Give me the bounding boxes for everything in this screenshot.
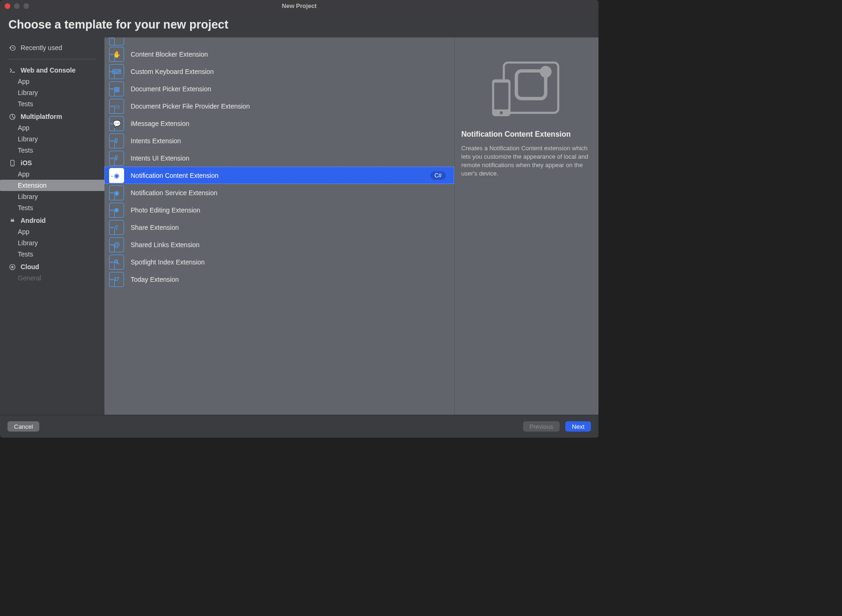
sidebar-section-title: Android	[21, 217, 46, 224]
template-row-spotlight-index[interactable]: 🔍︎ Spotlight Index Extension	[104, 253, 454, 271]
template-icon: ◉	[109, 185, 124, 200]
sidebar-section-title: iOS	[21, 159, 32, 167]
template-icon	[109, 37, 124, 45]
svg-point-10	[539, 66, 551, 78]
hand-icon: ✋	[113, 51, 121, 58]
language-badge: C#	[430, 171, 446, 180]
template-row-custom-keyboard[interactable]: ⌨︎ Custom Keyboard Extension	[104, 63, 454, 80]
template-label: Photo Editing Extension	[131, 206, 446, 214]
sidebar-section-title: Multiplatform	[21, 113, 62, 120]
category-sidebar: Recently used Web and Console App Librar…	[0, 37, 104, 415]
template-label: Document Picker File Provider Extension	[131, 103, 446, 110]
template-row-content-blocker[interactable]: ✋ Content Blocker Extension	[104, 45, 454, 63]
template-row-document-picker[interactable]: ▦ Document Picker Extension	[104, 80, 454, 97]
template-icon: @	[109, 237, 124, 252]
mic-icon: 🎙︎	[113, 155, 120, 161]
android-icon	[8, 217, 16, 224]
template-label: Custom Keyboard Extension	[131, 68, 446, 75]
sidebar-item-android-tests[interactable]: Tests	[0, 249, 104, 260]
template-icon: ✺	[109, 203, 124, 218]
sidebar-item-web-tests[interactable]: Tests	[0, 98, 104, 110]
cancel-button[interactable]: Cancel	[7, 421, 39, 432]
sidebar-item-android-library[interactable]: Library	[0, 237, 104, 249]
app-dot-icon: ◉	[114, 190, 119, 196]
sidebar-item-web-app[interactable]: App	[0, 76, 104, 87]
template-row-notification-content[interactable]: ◉ Notification Content Extension C#	[104, 167, 454, 184]
template-row-today[interactable]: 17 Today Extension	[104, 271, 454, 288]
sidebar-item-mp-library[interactable]: Library	[0, 133, 104, 145]
mic-icon: 🎙︎	[113, 138, 120, 144]
sidebar-scroll[interactable]: Recently used Web and Console App Librar…	[0, 37, 104, 415]
pie-icon	[8, 113, 16, 120]
sidebar-recently-used-label: Recently used	[21, 44, 62, 51]
template-icon: 🎙︎	[109, 151, 124, 166]
new-project-window: New Project Choose a template for your n…	[0, 0, 598, 438]
template-icon: ◉	[109, 168, 124, 183]
template-icon: 🎙︎	[109, 133, 124, 148]
sidebar-section-title: Web and Console	[21, 66, 75, 74]
template-icon: ▭	[109, 99, 124, 114]
sidebar-item-ios-tests[interactable]: Tests	[0, 202, 104, 213]
sidebar-section-ios[interactable]: iOS	[0, 156, 104, 169]
template-row-share[interactable]: ⇪ Share Extension	[104, 219, 454, 236]
app-dot-icon: ◉	[114, 172, 119, 179]
sidebar-item-android-app[interactable]: App	[0, 226, 104, 237]
template-label: Notification Content Extension	[131, 172, 424, 179]
svg-point-7	[11, 266, 14, 268]
sidebar-item-mp-tests[interactable]: Tests	[0, 145, 104, 156]
sidebar-item-mp-app[interactable]: App	[0, 122, 104, 133]
target-icon	[8, 263, 16, 271]
sidebar-divider	[8, 59, 96, 59]
sidebar-item-ios-library[interactable]: Library	[0, 191, 104, 202]
terminal-icon	[8, 66, 16, 74]
template-row-document-picker-file-provider[interactable]: ▭ Document Picker File Provider Extensio…	[104, 97, 454, 115]
template-label: Shared Links Extension	[131, 241, 446, 249]
share-icon: ⇪	[114, 224, 119, 231]
template-icon: 17	[109, 272, 124, 287]
at-icon: @	[113, 242, 120, 248]
template-label: Content Blocker Extension	[131, 51, 446, 58]
template-icon: ⌨︎	[109, 64, 124, 79]
template-illustration	[461, 56, 592, 122]
sidebar-section-android[interactable]: Android	[0, 213, 104, 226]
template-row-imessage[interactable]: 💬 iMessage Extension	[104, 115, 454, 132]
template-row-intents-ui[interactable]: 🎙︎ Intents UI Extension	[104, 149, 454, 167]
sidebar-recently-used[interactable]: Recently used	[0, 41, 104, 57]
aperture-icon: ✺	[114, 207, 119, 213]
template-row-intents[interactable]: 🎙︎ Intents Extension	[104, 132, 454, 149]
next-button[interactable]: Next	[565, 421, 591, 432]
sidebar-item-ios-extension[interactable]: Extension	[0, 180, 104, 191]
previous-button[interactable]: Previous	[523, 421, 560, 432]
detail-title: Notification Content Extension	[461, 130, 592, 139]
template-label: Intents Extension	[131, 137, 446, 145]
template-icon: 🔍︎	[109, 255, 124, 270]
template-icon: ⇪	[109, 220, 124, 235]
sidebar-item-cloud-general[interactable]: General	[0, 272, 104, 284]
template-label: Notification Service Extension	[131, 189, 446, 197]
sidebar-section-multiplatform[interactable]: Multiplatform	[0, 110, 104, 122]
template-label: Today Extension	[131, 276, 446, 283]
template-row-photo-editing[interactable]: ✺ Photo Editing Extension	[104, 201, 454, 219]
svg-line-5	[13, 218, 14, 219]
template-row-shared-links[interactable]: @ Shared Links Extension	[104, 236, 454, 253]
template-icon: 💬	[109, 116, 124, 131]
template-label: Spotlight Index Extension	[131, 258, 446, 266]
calendar-icon: 17	[114, 277, 119, 282]
sidebar-section-cloud[interactable]: Cloud	[0, 260, 104, 272]
template-list: ✋ Content Blocker Extension ⌨︎ Custom Ke…	[104, 37, 454, 415]
template-row-peek[interactable]	[104, 37, 454, 45]
phone-icon	[8, 159, 16, 167]
ipad-iphone-notification-icon	[487, 56, 567, 122]
dialog-body: Recently used Web and Console App Librar…	[0, 37, 598, 415]
sidebar-item-ios-app[interactable]: App	[0, 169, 104, 180]
template-scroll[interactable]: ✋ Content Blocker Extension ⌨︎ Custom Ke…	[104, 37, 454, 415]
clock-back-icon	[8, 44, 16, 51]
template-row-notification-service[interactable]: ◉ Notification Service Extension	[104, 184, 454, 201]
sidebar-section-web-and-console[interactable]: Web and Console	[0, 63, 104, 76]
window-title: New Project	[0, 2, 598, 9]
sidebar-section-title: Cloud	[21, 263, 39, 271]
sidebar-item-web-library[interactable]: Library	[0, 87, 104, 98]
svg-point-13	[500, 111, 502, 114]
page-header: Choose a template for your new project	[0, 12, 598, 37]
svg-point-3	[12, 164, 13, 165]
